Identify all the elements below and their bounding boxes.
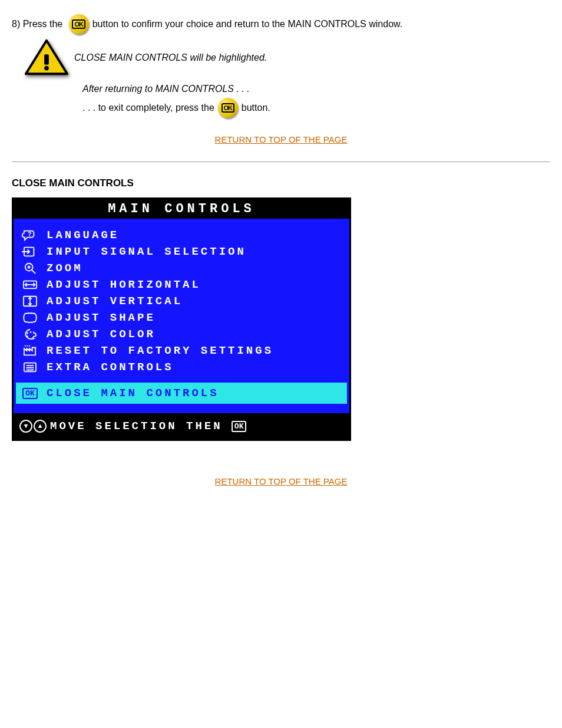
arrows-vertical-icon [19, 294, 41, 308]
warning-triangle-icon [24, 39, 70, 77]
svg-text:?: ? [28, 231, 31, 238]
osd-menu: MAIN CONTROLS ? LANGUAGE [12, 197, 351, 441]
svg-point-15 [27, 335, 28, 337]
list-icon [19, 360, 41, 374]
svg-point-2 [44, 66, 49, 71]
input-arrow-icon [19, 245, 41, 259]
after-text: After returning to MAIN CONTROLS . . . [82, 84, 250, 94]
ok-box-icon: OK [19, 386, 41, 400]
ok-box-icon: OK [229, 419, 250, 433]
warning-text: CLOSE MAIN CONTROLS will be highlighted. [74, 52, 267, 63]
osd-item-language: ? LANGUAGE [19, 227, 343, 243]
magnify-plus-icon [19, 261, 41, 275]
osd-item-label: ADJUST HORIZONTAL [47, 278, 201, 291]
svg-rect-1 [44, 54, 49, 65]
osd-item-label: INPUT SIGNAL SELECTION [47, 245, 246, 258]
step8-after: button to confirm your choice and return… [92, 19, 402, 29]
return-to-top-link[interactable]: RETURN TO TOP OF THE PAGE [215, 134, 348, 144]
shape-icon [19, 311, 41, 325]
osd-footer-text: MOVE SELECTION THEN [50, 420, 223, 433]
osd-item-adjust-horizontal: ADJUST HORIZONTAL [19, 276, 343, 293]
ok-button-icon: OK [69, 14, 89, 34]
osd-item-label: ADJUST COLOR [47, 328, 156, 341]
close-main-controls-heading: CLOSE MAIN CONTROLS [12, 177, 550, 189]
osd-item-label: RESET TO FACTORY SETTINGS [47, 344, 273, 357]
step9-before: . . . to exit completely, press the [82, 103, 214, 113]
up-down-arrows-icon: ▼▲ [19, 420, 47, 433]
return-to-top-link[interactable]: RETURN TO TOP OF THE PAGE [215, 476, 348, 486]
osd-item-adjust-color: ADJUST COLOR [19, 326, 343, 342]
osd-item-label: ADJUST VERTICAL [47, 295, 183, 308]
osd-item-input-signal: INPUT SIGNAL SELECTION [19, 243, 343, 260]
arrows-horizontal-icon [19, 278, 41, 292]
osd-item-label: LANGUAGE [47, 229, 119, 242]
osd-footer: ▼▲ MOVE SELECTION THEN OK [14, 413, 349, 439]
ok-button-icon: OK [218, 98, 238, 118]
osd-item-extra-controls: EXTRA CONTROLS [19, 359, 343, 375]
osd-title: MAIN CONTROLS [14, 199, 349, 219]
osd-item-zoom: ZOOM [19, 260, 343, 276]
osd-item-adjust-shape: ADJUST SHAPE [19, 309, 343, 326]
separator [12, 162, 550, 162]
osd-item-label: ZOOM [47, 262, 83, 275]
factory-icon [19, 344, 41, 358]
speech-question-icon: ? [19, 228, 41, 242]
osd-item-label: EXTRA CONTROLS [47, 361, 174, 374]
osd-item-label: CLOSE MAIN CONTROLS [47, 387, 219, 400]
osd-item-close-main-controls: OK CLOSE MAIN CONTROLS [16, 383, 347, 404]
osd-item-reset-factory: RESET TO FACTORY SETTINGS [19, 342, 343, 359]
svg-point-14 [30, 331, 32, 333]
step8-label: 8) Press the [12, 19, 65, 29]
svg-line-6 [32, 270, 35, 274]
palette-icon [19, 327, 41, 341]
osd-item-label: ADJUST SHAPE [47, 311, 156, 324]
step9-after: button. [242, 103, 270, 113]
osd-item-adjust-vertical: ADJUST VERTICAL [19, 293, 343, 309]
svg-point-13 [27, 332, 28, 334]
